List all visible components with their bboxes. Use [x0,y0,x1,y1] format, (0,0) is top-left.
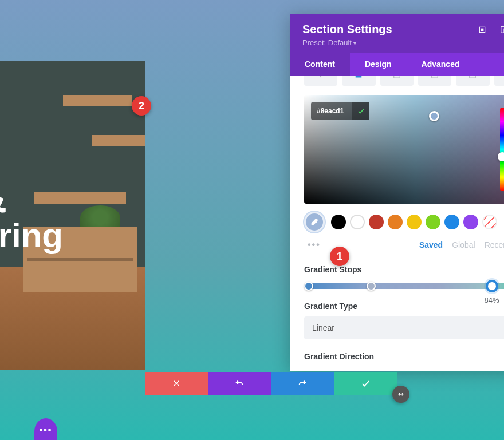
bg-type-pattern[interactable] [456,76,489,86]
swatch-row [304,212,504,232]
palette-tab-global[interactable]: Global [452,240,475,249]
page-fab-more[interactable]: ••• [34,418,57,440]
bg-type-image[interactable] [380,76,414,86]
svg-rect-1 [481,29,483,31]
preset-selector[interactable]: Preset: Default [302,38,504,47]
tab-advanced[interactable]: Advanced [407,53,475,76]
gradient-type-select-wrap: Linear ▲▼ [304,316,504,339]
svg-rect-4 [356,76,362,78]
tab-design[interactable]: Design [350,53,407,76]
gradient-direction-label: Gradient Direction [304,352,504,361]
expand-icon[interactable] [478,25,487,34]
palette-tab-saved[interactable]: Saved [419,240,443,249]
svg-rect-5 [394,76,400,78]
panel-header: Section Settings Preset: Default ⋮ [290,14,504,53]
swatch-transparent[interactable] [482,215,497,229]
hero-text-line2: oring [0,219,145,253]
hex-confirm-button[interactable] [352,102,369,120]
svg-rect-2 [501,27,504,33]
background-type-row [304,76,504,86]
settings-panel: Section Settings Preset: Default ⋮ Conte… [290,14,504,371]
page-background-preview: & oring [0,61,145,370]
swatch-yellow[interactable] [407,215,422,229]
bg-type-mask[interactable] [494,76,504,86]
color-picker: ••• Saved Global Recent [304,95,504,250]
swatch-orange[interactable] [388,215,403,229]
hero-text-overlay: & oring [0,61,145,370]
panel-footer [145,372,397,395]
gradient-stop[interactable] [304,282,313,291]
hue-slider[interactable] [500,108,504,191]
redo-button[interactable] [271,372,334,395]
panel-body: ••• Saved Global Recent Gradient Stops 8… [290,76,504,371]
callout-badge-1: 1 [330,247,349,266]
gradient-stop-percent: 84% [485,296,499,304]
swatch-purple[interactable] [463,215,478,229]
callout-badge-2: 2 [132,96,151,116]
gradient-type-select[interactable]: Linear [304,316,504,339]
bg-type-color[interactable] [304,76,337,86]
tab-content[interactable]: Content [290,53,350,76]
swatch-blue[interactable] [444,215,459,229]
save-button[interactable] [334,372,397,395]
undo-button[interactable] [208,372,271,395]
more-dots-icon[interactable]: ••• [304,240,321,250]
svg-rect-7 [470,76,476,78]
hex-input[interactable] [311,102,352,120]
tabs: Content Design Advanced [290,53,504,76]
swatch-black[interactable] [331,215,346,229]
hex-input-group [311,102,369,120]
gradient-stops-label: Gradient Stops [304,265,504,274]
swatch-red[interactable] [369,215,384,229]
swatch-green[interactable] [426,215,440,229]
swatch-white[interactable] [350,215,365,229]
responsive-icon[interactable] [499,25,504,34]
hero-text-line1: & [0,177,145,219]
eyedropper-button[interactable] [304,212,325,232]
gradient-stop-selected[interactable] [486,280,498,292]
svg-rect-6 [432,76,438,78]
gradient-stop[interactable] [367,282,376,291]
bg-type-gradient[interactable] [342,76,375,86]
saturation-value-area[interactable] [304,95,504,204]
gradient-type-label: Gradient Type [304,302,504,311]
palette-tab-recent[interactable]: Recent [485,240,504,249]
cancel-button[interactable] [145,372,208,395]
gradient-stops-bar[interactable]: 84% [304,283,504,289]
bg-type-video[interactable] [418,76,451,86]
panel-title: Section Settings [302,23,504,36]
hue-thumb[interactable] [498,152,504,161]
sv-cursor[interactable] [429,111,439,121]
